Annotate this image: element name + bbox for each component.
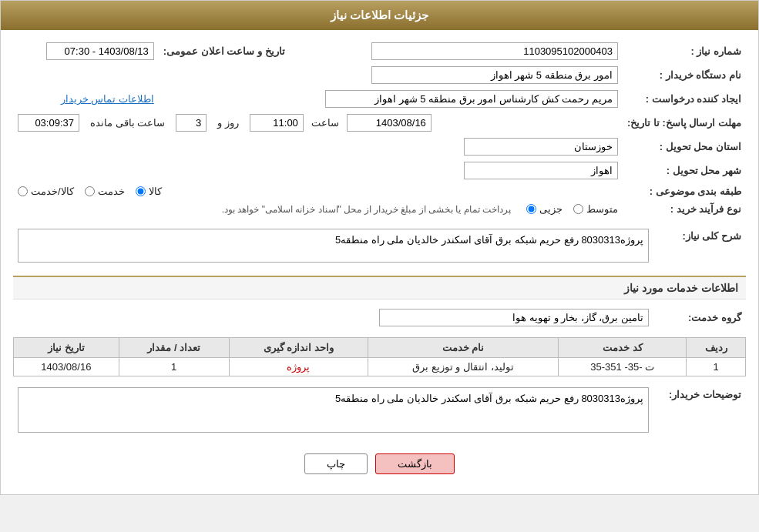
deadline-date-input[interactable] <box>347 114 432 132</box>
col-unit: واحد اندازه گیری <box>229 338 368 358</box>
buyer-org-label: نام دستگاه خریدار : <box>623 63 746 87</box>
page-title: جزئیات اطلاعات نیاز <box>331 8 428 22</box>
category-label: طبقه بندی موضوعی : <box>623 182 746 200</box>
col-name: نام خدمت <box>368 338 558 358</box>
radio-motavaset[interactable]: متوسط <box>573 203 618 215</box>
buyer-org-input[interactable] <box>371 66 618 84</box>
table-row: 1ت -35- 351-35تولید، انتقال و توزیع برقپ… <box>14 358 746 376</box>
deadline-days-input[interactable] <box>176 114 207 132</box>
services-table: ردیف کد خدمت نام خدمت واحد اندازه گیری ت… <box>13 337 746 376</box>
deadline-label: مهلت ارسال پاسخ: تا تاریخ: <box>623 111 746 135</box>
city-input[interactable] <box>464 162 618 179</box>
col-date: تاریخ نیاز <box>14 338 119 358</box>
buyer-desc-label: توضیحات خریدار: <box>653 384 746 438</box>
deadline-days-label: روز و <box>217 117 239 129</box>
radio-kala-khedmat-label: کالا/خدمت <box>31 186 74 197</box>
process-label: نوع فرآیند خرید : <box>623 200 746 218</box>
print-button[interactable]: چاپ <box>304 453 368 474</box>
radio-motavaset-label: متوسط <box>586 203 618 215</box>
service-group-input[interactable] <box>379 309 649 326</box>
need-desc-label: شرح کلی نیاز: <box>653 226 746 268</box>
back-button[interactable]: بازگشت <box>375 453 455 474</box>
deadline-time-input[interactable] <box>250 114 304 132</box>
col-count: تعداد / مقدار <box>119 338 229 358</box>
process-note: پرداخت تمام یا بخشی از مبلغ خریدار از مح… <box>222 204 511 215</box>
services-section-title: اطلاعات خدمات مورد نیاز <box>13 276 746 299</box>
radio-kala[interactable]: کالا <box>136 186 162 197</box>
deadline-time-label: ساعت <box>311 117 339 129</box>
creator-label: ایجاد کننده درخواست : <box>623 87 746 111</box>
radio-khedmat-label: خدمت <box>98 186 125 197</box>
col-code: کد خدمت <box>559 338 687 358</box>
radio-jozvi[interactable]: جزیی <box>526 203 563 215</box>
deadline-remaining-input[interactable] <box>18 114 79 132</box>
contact-link[interactable]: اطلاعات تماس خریدار <box>61 93 154 105</box>
page-header: جزئیات اطلاعات نیاز <box>1 1 758 30</box>
radio-kala-khedmat[interactable]: کالا/خدمت <box>18 186 74 197</box>
creator-input[interactable] <box>325 90 618 108</box>
province-input[interactable] <box>464 138 618 156</box>
radio-jozvi-label: جزیی <box>539 203 563 215</box>
need-desc-textarea[interactable] <box>18 229 649 263</box>
need-number-input[interactable] <box>371 42 618 60</box>
city-label: شهر محل تحویل : <box>623 159 746 182</box>
radio-kala-label: کالا <box>149 186 162 197</box>
radio-khedmat[interactable]: خدمت <box>85 186 125 197</box>
announce-date-input[interactable] <box>46 42 154 60</box>
need-number-label: شماره نیاز : <box>623 39 746 63</box>
deadline-remaining-label: ساعت باقی مانده <box>90 117 165 129</box>
buyer-desc-textarea[interactable] <box>18 387 649 433</box>
service-group-label: گروه خدمت: <box>653 306 746 330</box>
button-bar: بازگشت چاپ <box>13 446 746 485</box>
announce-date-label: تاریخ و ساعت اعلان عمومی: <box>159 39 290 63</box>
province-label: استان محل تحویل : <box>623 135 746 159</box>
col-row: ردیف <box>687 338 746 358</box>
